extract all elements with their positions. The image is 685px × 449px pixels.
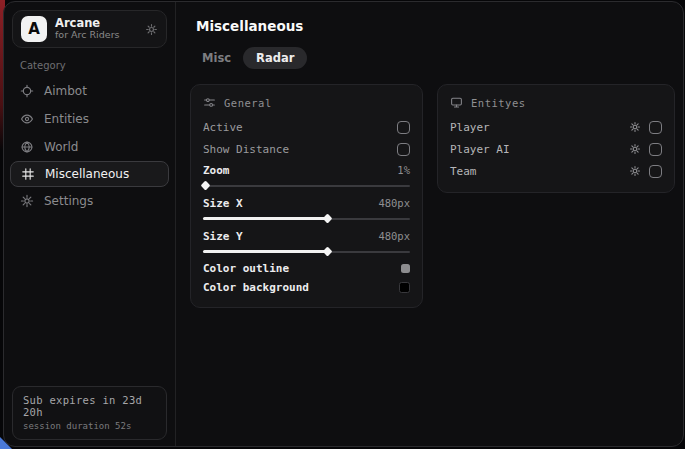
active-checkbox[interactable] xyxy=(397,121,410,134)
general-card-header: General xyxy=(203,96,410,109)
sidebar-item-miscellaneous[interactable]: Miscellaneous xyxy=(10,161,169,187)
slider-fill xyxy=(203,217,327,220)
brand-subtitle: for Arc Riders xyxy=(55,30,137,41)
eye-icon xyxy=(20,112,34,126)
app-logo: A xyxy=(21,16,47,42)
general-card: General Active Show Distance Zoom 1% xyxy=(190,84,423,308)
player-checkbox[interactable] xyxy=(649,121,662,134)
grid-icon xyxy=(21,167,35,181)
color-background-swatch[interactable] xyxy=(399,282,410,293)
globe-icon xyxy=(20,140,34,154)
session-duration-text: session duration 52s xyxy=(23,421,156,431)
sub-expiry-text: Sub expires in 23d 20h xyxy=(23,394,156,418)
setting-row-show-distance: Show Distance xyxy=(203,138,410,160)
setting-label: Size X xyxy=(203,197,243,210)
tab-radar[interactable]: Radar xyxy=(243,47,307,69)
gear-icon[interactable] xyxy=(629,165,641,177)
setting-label: Color background xyxy=(203,281,309,294)
page-title: Miscellaneous xyxy=(196,18,675,34)
category-label: Category xyxy=(20,60,175,71)
slider-track xyxy=(203,185,410,187)
size-x-slider[interactable] xyxy=(203,214,410,223)
sidebar-item-aimbot[interactable]: Aimbot xyxy=(4,77,175,105)
setting-label: Color outline xyxy=(203,262,289,275)
zoom-slider[interactable] xyxy=(203,181,410,190)
monitor-icon xyxy=(450,96,463,109)
main-panel: Miscellaneous Misc Radar General xyxy=(176,2,684,446)
brand-text: Arcane for Arc Riders xyxy=(55,17,137,41)
sidebar-item-label: Miscellaneous xyxy=(45,167,129,181)
entity-label: Player AI xyxy=(450,143,510,156)
entity-label: Team xyxy=(450,165,477,178)
brand-card: A Arcane for Arc Riders xyxy=(12,10,167,48)
general-card-title: General xyxy=(224,97,272,109)
setting-row-color-background: Color background xyxy=(203,278,410,297)
entity-row-team: Team xyxy=(450,160,662,182)
slider-fill xyxy=(203,250,327,253)
entity-row-player-ai: Player AI xyxy=(450,138,662,160)
sidebar-item-label: Aimbot xyxy=(44,84,87,98)
team-checkbox[interactable] xyxy=(649,165,662,178)
sliders-icon xyxy=(203,96,216,109)
size-x-value: 480px xyxy=(378,197,410,209)
sidebar-item-label: Entities xyxy=(44,112,89,126)
entities-card-title: Entityes xyxy=(471,97,526,109)
sidebar-nav: Aimbot Entities World xyxy=(4,77,175,215)
size-y-value: 480px xyxy=(378,230,410,242)
tab-bar: Misc Radar xyxy=(192,47,675,69)
player-ai-checkbox[interactable] xyxy=(649,143,662,156)
size-y-slider[interactable] xyxy=(203,247,410,256)
entities-card: Entityes Player P xyxy=(437,84,675,193)
gear-icon xyxy=(20,194,34,208)
setting-row-zoom: Zoom 1% xyxy=(203,160,410,190)
entity-label: Player xyxy=(450,121,490,134)
setting-row-active: Active xyxy=(203,116,410,138)
setting-label: Zoom xyxy=(203,164,230,177)
entities-card-header: Entityes xyxy=(450,96,662,109)
slider-thumb[interactable] xyxy=(201,181,211,191)
entity-row-player: Player xyxy=(450,116,662,138)
color-outline-swatch[interactable] xyxy=(401,264,410,273)
tab-misc[interactable]: Misc xyxy=(192,47,241,69)
crosshair-icon xyxy=(20,84,34,98)
zoom-value: 1% xyxy=(397,164,410,176)
show-distance-checkbox[interactable] xyxy=(397,143,410,156)
cards-row: General Active Show Distance Zoom 1% xyxy=(190,84,675,308)
setting-row-size-x: Size X 480px xyxy=(203,193,410,223)
sidebar-item-world[interactable]: World xyxy=(4,133,175,161)
sidebar-item-settings[interactable]: Settings xyxy=(4,187,175,215)
gear-icon[interactable] xyxy=(629,121,641,133)
slider-thumb[interactable] xyxy=(323,214,333,224)
sidebar-item-label: World xyxy=(44,140,78,154)
setting-label: Active xyxy=(203,121,243,134)
gear-icon[interactable] xyxy=(145,23,158,36)
setting-label: Size Y xyxy=(203,230,243,243)
sidebar: A Arcane for Arc Riders Category xyxy=(4,2,176,446)
setting-label: Show Distance xyxy=(203,143,289,156)
slider-thumb[interactable] xyxy=(323,247,333,257)
setting-row-size-y: Size Y 480px xyxy=(203,226,410,256)
subscription-info-box: Sub expires in 23d 20h session duration … xyxy=(12,386,167,440)
setting-row-color-outline: Color outline xyxy=(203,259,410,278)
sidebar-item-label: Settings xyxy=(44,194,93,208)
app-window: A Arcane for Arc Riders Category xyxy=(3,1,684,447)
sidebar-item-entities[interactable]: Entities xyxy=(4,105,175,133)
gear-icon[interactable] xyxy=(629,143,641,155)
